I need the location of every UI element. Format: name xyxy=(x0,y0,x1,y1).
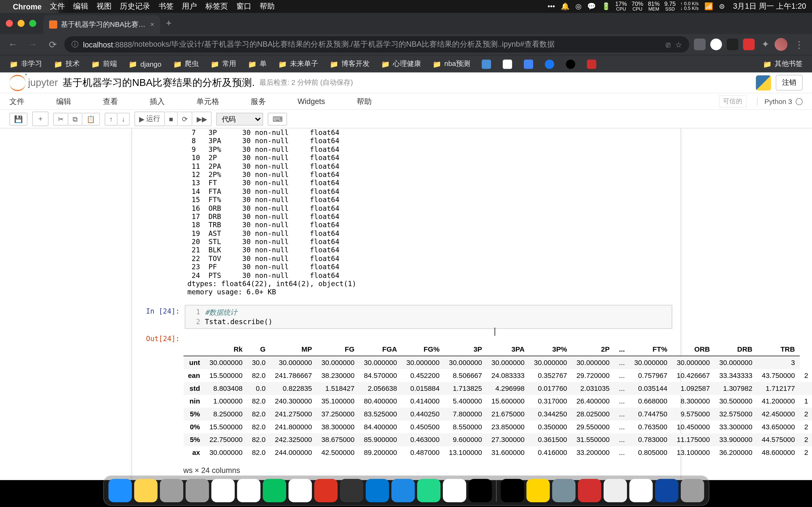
dock-notes2[interactable] xyxy=(629,479,653,502)
bookmark-item[interactable] xyxy=(561,58,580,70)
save-button[interactable]: 💾 xyxy=(9,112,28,125)
dock-ball[interactable] xyxy=(526,479,550,502)
nb-menu-item[interactable]: 查看 xyxy=(103,96,118,107)
dock-preview[interactable] xyxy=(552,479,575,502)
app-name[interactable]: Chrome xyxy=(13,2,42,11)
dock-finder[interactable] xyxy=(108,479,132,502)
dock-textedit[interactable] xyxy=(443,479,466,502)
dock-settings[interactable] xyxy=(185,479,209,502)
extension-icon[interactable] xyxy=(694,39,706,50)
window-close-button[interactable] xyxy=(6,20,13,27)
bookmark-item[interactable] xyxy=(519,58,538,70)
bookmark-item[interactable] xyxy=(477,58,496,70)
bookmark-folder[interactable]: 📁非学习 xyxy=(5,57,47,71)
bookmark-folder[interactable]: 📁nba预测 xyxy=(428,57,474,71)
bookmark-folder[interactable]: 📁爬虫 xyxy=(168,57,203,71)
extension-icon[interactable] xyxy=(710,39,722,50)
extension-icon[interactable] xyxy=(743,39,755,50)
control-center-icon[interactable]: ⊜ xyxy=(719,2,725,10)
nb-menu-item[interactable]: 帮助 xyxy=(357,96,372,107)
menu-编辑[interactable]: 编辑 xyxy=(73,1,88,12)
dock-wps[interactable] xyxy=(288,479,312,502)
stop-button[interactable]: ■ xyxy=(165,111,178,126)
bookmark-folder[interactable]: 📁前端 xyxy=(87,57,121,71)
back-button[interactable]: ← xyxy=(5,39,21,50)
move-down-button[interactable]: ↓ xyxy=(117,112,130,125)
menu-窗口[interactable]: 窗口 xyxy=(236,1,252,12)
translate-icon[interactable]: ⎚ xyxy=(666,40,670,49)
copy-button[interactable]: ⧉ xyxy=(68,112,83,125)
bookmark-folder[interactable]: 📁单 xyxy=(243,57,271,71)
dock-chrome[interactable] xyxy=(237,479,260,502)
dock-notes[interactable] xyxy=(134,479,157,502)
bookmark-item[interactable] xyxy=(582,58,601,70)
wifi-icon[interactable]: 📶 xyxy=(704,2,713,10)
status-dots-icon[interactable]: ••• xyxy=(548,2,555,10)
menu-文件[interactable]: 文件 xyxy=(50,1,65,12)
nb-menu-item[interactable]: 服务 xyxy=(251,96,266,107)
dock-iterm[interactable] xyxy=(500,479,524,502)
menu-帮助[interactable]: 帮助 xyxy=(260,1,275,12)
trusted-indicator[interactable]: 可信的 xyxy=(719,95,746,108)
profile-avatar[interactable] xyxy=(775,38,788,51)
bookmark-folder[interactable]: 📁技术 xyxy=(49,57,84,71)
extension-icon[interactable] xyxy=(727,39,739,50)
dock-qq-input[interactable] xyxy=(314,479,338,502)
extensions-puzzle-icon[interactable]: ✦ xyxy=(759,39,771,50)
notebook-title[interactable]: 基于机器学习的NBA比赛结果的分析及预测. xyxy=(62,76,255,89)
bookmark-folder[interactable]: 📁未来单子 xyxy=(274,57,323,71)
menu-书签[interactable]: 书签 xyxy=(159,1,174,12)
add-cell-button[interactable]: ＋ xyxy=(32,111,49,126)
site-info-icon[interactable]: ⓘ xyxy=(71,40,79,49)
forward-button[interactable]: → xyxy=(25,39,41,50)
nb-menu-item[interactable]: 文件 xyxy=(9,96,25,107)
nb-menu-item[interactable]: 单元格 xyxy=(196,96,219,107)
cell-type-select[interactable]: 代码 xyxy=(216,112,263,125)
command-palette-button[interactable]: ⌨ xyxy=(268,112,287,125)
dock-wechat[interactable] xyxy=(262,479,286,502)
kernel-indicator[interactable]: Python 3 xyxy=(757,97,803,105)
nb-menu-item[interactable]: 插入 xyxy=(150,96,165,107)
dock-pycharm[interactable] xyxy=(417,479,440,502)
bookmark-star-icon[interactable]: ☆ xyxy=(675,40,682,49)
dock-et[interactable] xyxy=(340,479,363,502)
logout-button[interactable]: 注销 xyxy=(776,75,803,91)
bookmark-folder[interactable]: 📁django xyxy=(124,58,166,70)
bookmark-folder[interactable]: 📁心理健康 xyxy=(376,57,425,71)
dock-reminders[interactable] xyxy=(211,479,235,502)
bookmark-folder[interactable]: 📁常用 xyxy=(206,57,241,71)
browser-tab[interactable]: 基于机器学习的NBA比赛结果的… × xyxy=(43,15,160,34)
menu-标签页[interactable]: 标签页 xyxy=(205,1,228,12)
move-up-button[interactable]: ↑ xyxy=(105,112,117,125)
bookmark-folder[interactable]: 📁博客开发 xyxy=(325,57,374,71)
restart-button[interactable]: ⟳ xyxy=(178,111,192,126)
dock-youdao[interactable] xyxy=(577,479,601,502)
bookmark-item[interactable] xyxy=(498,58,517,70)
dock-launchpad[interactable] xyxy=(159,479,183,502)
nb-menu-item[interactable]: 编辑 xyxy=(56,96,71,107)
code-editor[interactable]: 1#数据统计2Tstat.describe() xyxy=(185,305,672,329)
dock-trash[interactable] xyxy=(680,479,704,502)
restart-run-all-button[interactable]: ▶▶ xyxy=(192,111,212,126)
tab-close-icon[interactable]: × xyxy=(150,20,154,29)
notebook-body[interactable]: 7 3P 30 non-null float64 8 3PA 30 non-nu… xyxy=(0,128,812,480)
menu-用户[interactable]: 用户 xyxy=(182,1,197,12)
cut-button[interactable]: ✂ xyxy=(53,112,68,125)
run-button[interactable]: ▶ 运行 xyxy=(135,111,165,126)
nb-menu-item[interactable]: Widgets xyxy=(297,97,325,106)
other-bookmarks[interactable]: 📁其他书签 xyxy=(758,57,807,71)
dock-vscode[interactable] xyxy=(365,479,389,502)
window-maximize-button[interactable] xyxy=(29,20,36,27)
dock-xcode[interactable] xyxy=(391,479,415,502)
window-minimize-button[interactable] xyxy=(18,20,25,27)
clock[interactable]: 3月1日 周一 上午1:20 xyxy=(733,1,806,12)
menu-历史记录[interactable]: 历史记录 xyxy=(120,1,150,12)
battery-icon[interactable]: 🔋 xyxy=(602,2,610,10)
menu-视图[interactable]: 视图 xyxy=(97,1,112,12)
address-bar[interactable]: ⓘ localhost:8888/notebooks/毕业设计/基于机器学习的N… xyxy=(64,36,689,53)
dock-qq[interactable] xyxy=(603,479,627,502)
chrome-menu-button[interactable]: ⋮ xyxy=(791,39,807,50)
bookmark-item[interactable] xyxy=(540,58,559,70)
reload-button[interactable]: ⟳ xyxy=(44,39,61,50)
jupyter-logo[interactable]: jupyter xyxy=(9,74,58,91)
